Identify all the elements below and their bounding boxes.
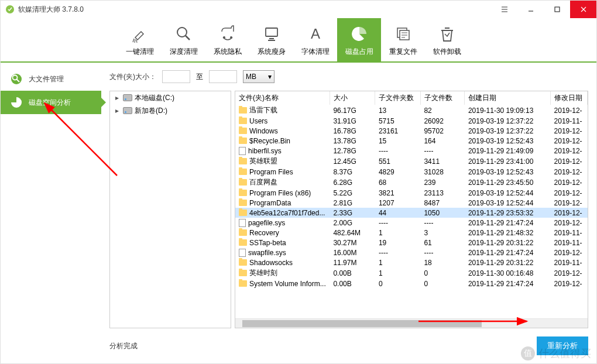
cell-modified: 2019-11- <box>551 228 588 238</box>
folder-icon <box>239 138 247 144</box>
cell-files: 164 <box>420 136 464 146</box>
cell-created: 2019-11-29 21:47:24 <box>465 218 551 228</box>
table-row[interactable]: hiberfil.sys12.78G--------2019-11-29 21:… <box>235 146 588 156</box>
tree-drive-d[interactable]: ▸新加卷(D:) <box>110 104 231 117</box>
toolbar-label: 一键清理 <box>126 47 154 57</box>
cell-folders: 68 <box>375 177 421 188</box>
table-row[interactable]: Program Files (x86)5.22G3821231132019-03… <box>235 188 588 198</box>
sidebar-label: 大文件管理 <box>29 74 64 84</box>
column-header[interactable]: 修改日期 <box>551 91 588 105</box>
folder-icon <box>239 259 247 266</box>
expander-icon[interactable]: ▸ <box>114 107 121 114</box>
uninstall-icon <box>437 23 458 44</box>
table-row[interactable]: Program Files8.37G4829310282019-03-19 12… <box>235 167 588 177</box>
cell-created: 2019-11-29 20:31:22 <box>465 257 551 267</box>
file-name: 4eb5ea12ca7f01f7ded... <box>249 209 325 217</box>
cell-files: 18 <box>420 257 464 267</box>
table-scroll[interactable]: 文件(夹)名称大小子文件夹数子文件数创建日期修改日期 迅雷下载96.17G138… <box>235 91 588 318</box>
table-row[interactable]: 英雄时刻0.00B102019-11-30 00:16:482019-12- <box>235 267 588 279</box>
table-row[interactable]: Recovery482.64M132019-11-29 21:48:322019… <box>235 228 588 238</box>
table-row[interactable]: ProgramData2.81G120784872019-03-19 12:52… <box>235 198 588 208</box>
cell-files: 31028 <box>420 167 464 177</box>
cell-modified: 2019-12- <box>551 136 588 146</box>
app-window: 软媒清理大师 3.7.8.0 一键清理深度清理系统隐私系统瘦身A字体清理磁盘占用… <box>0 0 597 364</box>
folder-icon <box>239 210 247 216</box>
sidebar-label: 磁盘空间分析 <box>29 98 71 108</box>
column-header[interactable]: 子文件夹数 <box>375 91 421 105</box>
cell-modified: 2019-11- <box>551 257 588 267</box>
table-row[interactable]: 4eb5ea12ca7f01f7ded...2.33G4410502019-11… <box>235 208 588 218</box>
unit-select[interactable]: MB ▾ <box>243 70 275 83</box>
deep-clean-icon <box>173 23 194 44</box>
file-icon <box>239 147 246 155</box>
filter-label: 文件(夹)大小： <box>109 72 156 82</box>
cell-size: 482.64M <box>330 228 375 238</box>
folder-icon <box>239 270 247 276</box>
sidebar: 大文件管理磁盘空间分析 <box>1 63 101 363</box>
table-row[interactable]: System Volume Inform...0.00B002019-11-29… <box>235 279 588 289</box>
cell-created: 2019-11-29 23:41:00 <box>465 156 551 167</box>
cell-folders: 5715 <box>375 116 421 126</box>
cell-size: 0.00B <box>330 267 375 279</box>
table-row[interactable]: SSTap-beta30.27M19612019-11-29 20:31:222… <box>235 238 588 248</box>
status-row: 分析完成 重新分析 <box>109 328 588 356</box>
drive-tree[interactable]: ▸本地磁盘(C:)▸新加卷(D:) <box>109 91 231 328</box>
table-row[interactable]: 百度网盘6.28G682392019-11-29 23:45:502019-12… <box>235 177 588 188</box>
cell-size: 2.81G <box>330 198 375 208</box>
cell-created: 2019-11-29 23:45:50 <box>465 177 551 188</box>
tree-drive-c[interactable]: ▸本地磁盘(C:) <box>110 91 231 104</box>
table-row[interactable]: pagefile.sys2.00G--------2019-11-29 21:4… <box>235 218 588 228</box>
file-icon <box>239 219 246 227</box>
table-row[interactable]: $Recycle.Bin13.78G151642019-03-19 12:52:… <box>235 136 588 146</box>
toolbar-font-clean[interactable]: A字体清理 <box>293 18 337 61</box>
maximize-button[interactable] <box>544 1 570 18</box>
file-name: Windows <box>249 127 278 135</box>
cell-folders: ---- <box>375 248 421 257</box>
toolbar-system-slim[interactable]: 系统瘦身 <box>249 18 293 61</box>
cell-modified: 2019-12- <box>551 188 588 198</box>
cell-folders: 4829 <box>375 167 421 177</box>
column-header[interactable]: 文件(夹)名称 <box>235 91 330 105</box>
cell-files: 0 <box>420 279 464 289</box>
file-icon <box>239 249 246 257</box>
table-row[interactable]: Shadowsocks11.97M1182019-11-29 20:31:222… <box>235 257 588 267</box>
table-row[interactable]: swapfile.sys16.00M--------2019-11-29 21:… <box>235 248 588 257</box>
toolbar-uninstall[interactable]: 软件卸载 <box>425 18 469 61</box>
cell-created: 2019-11-29 23:53:32 <box>465 208 551 218</box>
close-button[interactable] <box>570 1 596 18</box>
cell-folders: 13 <box>375 105 421 116</box>
large-file-icon <box>10 73 23 85</box>
cell-folders: 551 <box>375 156 421 167</box>
cell-created: 2019-11-29 20:31:22 <box>465 238 551 248</box>
minimize-button[interactable] <box>517 1 544 18</box>
table-row[interactable]: Windows16.78G23161957022019-03-19 12:37:… <box>235 126 588 136</box>
table-row[interactable]: 英雄联盟12.45G55134112019-11-29 23:41:002019… <box>235 156 588 167</box>
horizontal-scrollbar[interactable] <box>235 318 588 328</box>
cell-created: 2019-03-19 12:52:44 <box>465 198 551 208</box>
cell-modified: 2019-11- <box>551 238 588 248</box>
menu-button[interactable] <box>491 1 517 18</box>
size-max-input[interactable] <box>209 70 237 83</box>
sidebar-item-disk-space[interactable]: 磁盘空间分析 <box>1 91 101 114</box>
window-title: 软媒清理大师 3.7.8.0 <box>18 5 84 15</box>
cell-modified: 2019-12- <box>551 105 588 116</box>
folder-icon <box>239 229 247 236</box>
column-header[interactable]: 子文件数 <box>420 91 464 105</box>
system-privacy-icon <box>217 23 238 44</box>
toolbar-disk-usage[interactable]: 磁盘占用 <box>337 18 381 61</box>
expander-icon[interactable]: ▸ <box>114 94 121 101</box>
cell-folders: ---- <box>375 146 421 156</box>
column-header[interactable]: 创建日期 <box>465 91 551 105</box>
table-row[interactable]: Users31.91G5715260922019-03-19 12:37:222… <box>235 116 588 126</box>
toolbar-system-privacy[interactable]: 系统隐私 <box>205 18 249 61</box>
size-min-input[interactable] <box>162 70 190 83</box>
cell-files: 26092 <box>420 116 464 126</box>
toolbar-deep-clean[interactable]: 深度清理 <box>162 18 205 61</box>
toolbar-one-click-clean[interactable]: 一键清理 <box>118 18 162 61</box>
panes: ▸本地磁盘(C:)▸新加卷(D:) 文件(夹)名称大小子文件夹数子文件数创建日期… <box>109 91 588 328</box>
toolbar-dup-files[interactable]: 重复文件 <box>381 18 425 61</box>
table-row[interactable]: 迅雷下载96.17G13822019-11-30 19:09:132019-12… <box>235 105 588 116</box>
sidebar-item-large-file[interactable]: 大文件管理 <box>1 67 101 91</box>
cell-created: 2019-11-29 21:49:09 <box>465 146 551 156</box>
column-header[interactable]: 大小 <box>330 91 375 105</box>
